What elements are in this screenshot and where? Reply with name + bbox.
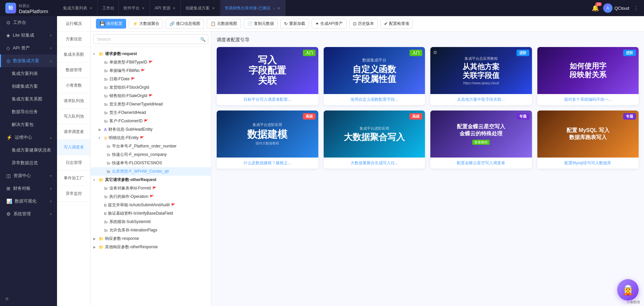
tree-node-date[interactable]: Sr 日期-FDate 🚩 xyxy=(91,75,211,83)
guide-card-mysql[interactable]: 专题 配置 MySQL 写入数据库跑表写入 配置Mysql语句写入数据库 xyxy=(537,111,639,169)
second-item-write-scheduler[interactable]: 写入调度者 xyxy=(57,140,90,155)
tree-expand-icon[interactable]: ▾ xyxy=(99,136,104,140)
tab-guanyi[interactable]: 管易销售出库对接-已测试 ○ ✕ xyxy=(221,0,285,16)
tree-node-owner-type[interactable]: Sr 货主类型-FOwnerTypeIdHead xyxy=(91,100,211,108)
tree-expand-icon[interactable]: ▶ xyxy=(93,237,99,241)
tree-node-allow-neg[interactable]: Sr 允许负库存-InterationFlags xyxy=(91,226,211,234)
gen-api-button[interactable]: ✦ 生成API资产 xyxy=(312,19,346,29)
tree-expand-icon[interactable]: ▶ xyxy=(99,128,104,131)
tab-close-icon[interactable]: ✕ xyxy=(211,6,216,10)
tree-node-sale-org[interactable]: Sr 销售组织-FSaleOrgId 🚩 xyxy=(91,92,211,100)
tab-close-icon[interactable]: ✕ xyxy=(89,6,93,10)
tree-node-customer[interactable]: Sr 客户-FCustomerID 🚩 xyxy=(91,117,211,125)
guide-card-custom-func[interactable]: 入门 数据集成平台 自定义函数字段属性值 使用自定义函数配置字段... xyxy=(324,47,425,105)
reload-button[interactable]: ↻ 重新加载 xyxy=(280,19,309,29)
interface-info-view-button[interactable]: 🔗 接口信息视图 xyxy=(166,19,204,29)
second-item-exception-monitor[interactable]: 异常监控 xyxy=(57,186,90,202)
tab-close-icon[interactable]: ✕ xyxy=(172,6,176,10)
tree-node-other-response[interactable]: ▶ 📁 其他响应参数-otherResponse xyxy=(91,243,211,251)
second-item-runtime[interactable]: 运行概况 xyxy=(57,16,90,32)
tab-workbench[interactable]: 工作台 xyxy=(98,0,119,16)
second-item-solution-info[interactable]: 方案信息 xyxy=(57,32,90,47)
tab-close-icon[interactable]: ✕ xyxy=(141,6,146,10)
second-panel: 运行概况 方案信息 集成关系图 数据管理 小青查数 请求队列池 写入队列池 请求… xyxy=(57,16,91,306)
save-config-button[interactable]: 💾 保存配置 xyxy=(96,19,126,29)
tab-bar: 集成方案列表 ✕ 工作台 软件平台 ✕ API 资源 ✕ 创建集成方案 ✕ 管易… xyxy=(59,0,592,16)
history-version-button[interactable]: ⊡ 历史版本 xyxy=(349,19,378,29)
second-item-log[interactable]: 日志管理 xyxy=(57,155,90,171)
menu-collapse-icon[interactable]: ≡ xyxy=(0,292,57,306)
second-item-write-queue[interactable]: 写入队列池 xyxy=(57,109,90,124)
notification-bell[interactable]: 🔔 10 xyxy=(592,4,599,12)
sidebar-item-ops[interactable]: ⚡ 运维中心 ▴ xyxy=(0,131,57,144)
second-item-xiao-qing[interactable]: 小青查数 xyxy=(57,78,90,93)
tree-node-verify-base[interactable]: B 验证基础资料-IsVerifyBaseDataField xyxy=(91,209,211,218)
tree-node-req-params[interactable]: ▾ 📁 请求参数-request xyxy=(91,50,211,58)
config-check-button[interactable]: ✔ 配置检查项 xyxy=(380,19,413,29)
sidebar-item-solution-package[interactable]: 解决方案包 xyxy=(0,118,57,131)
second-item-data-mgmt[interactable]: 数据管理 xyxy=(57,62,90,78)
search-icon[interactable]: 🔍 xyxy=(200,37,206,42)
assistant-bubble[interactable]: 🧝 xyxy=(617,279,639,301)
flag-icon: 🚩 xyxy=(149,60,153,64)
tree-node-other-req[interactable]: ▾ 📁 其它请求参数-otherRequest xyxy=(91,176,211,184)
sidebar-item-integration-list[interactable]: 集成方案列表 xyxy=(0,67,57,80)
big-data-merge-button[interactable]: ⚡ 大数据聚合 xyxy=(129,19,163,29)
flag-icon: 🚩 xyxy=(171,203,175,207)
guide-card-write-field[interactable]: 入门 写入字段配置关联 目标平台写入调度者配置... xyxy=(217,47,318,105)
sidebar-item-integration-relation[interactable]: 集成方案关系图 xyxy=(0,93,57,105)
sidebar-item-workbench[interactable]: ⊙ 工作台 xyxy=(0,16,57,29)
tree-node-detail-info[interactable]: ▾ ⊞ 明细信息-FEntity 🚩 xyxy=(91,134,211,142)
tab-integration-list[interactable]: 集成方案列表 ✕ xyxy=(59,0,98,16)
guide-card-jindie[interactable]: 专题 配置金蝶云星空写入金蝶云的特殊处理 查看教程 配置金蝶云星空写入调度者 xyxy=(430,111,532,169)
tree-expand-icon[interactable]: ▶ xyxy=(93,245,99,249)
meta-data-view-button[interactable]: 📋 元数据视图 xyxy=(207,19,241,29)
tree-node-bill-type[interactable]: Sr 单据类型-FBillTypeID 🚩 xyxy=(91,58,211,67)
search-input[interactable] xyxy=(93,34,208,44)
sidebar-item-finance[interactable]: ⊞ 财务对账 ▾ xyxy=(0,182,57,195)
tab-label: 工作台 xyxy=(102,5,114,11)
tree-node-subsystem[interactable]: Sr 系统模块-SubSystemId xyxy=(91,218,211,226)
guide-card-big-data[interactable]: 高级 集成平台进阶应用 大数据聚合写入 大数据量聚合生成写入任... xyxy=(324,111,425,169)
sidebar-item-api[interactable]: ◇ API 资产 ▾ xyxy=(0,42,57,54)
guide-card-data-model[interactable]: 高级 集成平台进阶应用 数据建模 国内大数据教程 什么是数据建模？建模之... xyxy=(217,111,318,169)
field-type-icon: Sr xyxy=(104,69,108,73)
more-icon[interactable]: ⋮ xyxy=(633,5,639,11)
sidebar-item-lite[interactable]: ◈ Lite 轻集成 ▾ xyxy=(0,29,57,42)
tree-node-express-company[interactable]: Sr 快递公司-F_express_company xyxy=(91,150,211,159)
sidebar-item-resource[interactable]: ◫ 资源中心 ▾ xyxy=(0,169,57,182)
tree-node-logistics[interactable]: Sr 快递单号-FLOGISTICSNOS xyxy=(91,159,211,167)
tab-api[interactable]: API 资源 ✕ xyxy=(151,0,181,16)
tree-expand-icon[interactable]: ▾ xyxy=(93,178,99,182)
tree-node-out-type[interactable]: Sr 出库类型-F_WFHW_Combo_qtr xyxy=(91,167,211,176)
sidebar-item-data-integration[interactable]: ◎ 数据集成方案 ▴ xyxy=(0,54,57,67)
tree-node-response[interactable]: ▶ 📁 响应参数-response xyxy=(91,234,211,243)
sidebar-item-data-visual[interactable]: 📊 数据可视化 ▾ xyxy=(0,195,57,208)
tab-create[interactable]: 创建集成方案 ✕ xyxy=(181,0,220,16)
second-item-request-queue[interactable]: 请求队列池 xyxy=(57,93,90,109)
user-area[interactable]: A QCloud xyxy=(603,3,629,13)
tree-node-stock-org[interactable]: Sr 发货组织-FStockOrgId xyxy=(91,83,211,92)
tree-node-submit-audit[interactable]: B 提交并审核-IsAutoSubmitAndAudit 🚩 xyxy=(91,201,211,209)
copy-meta-button[interactable]: 📄 复制元数据 xyxy=(244,19,278,29)
tree-node-operation[interactable]: Sr 执行的操作-Operation 🚩 xyxy=(91,192,211,201)
sidebar-item-solution-health[interactable]: 集成方案健康状况表 xyxy=(0,144,57,157)
tree-node-biz-form[interactable]: Sr 业务对象表单Id-FormId 🚩 xyxy=(91,184,211,192)
guide-card-multi-code[interactable]: 进阶 如何使用字段映射关系 面对多个系统编码不统一... xyxy=(537,47,639,105)
tree-node-platform-order[interactable]: Sr 平台单号-F_Platform_order_number xyxy=(91,142,211,150)
tab-close-icon[interactable]: ✕ xyxy=(276,6,281,10)
sidebar-item-data-export[interactable]: 数据导出任务 xyxy=(0,105,57,118)
tab-software[interactable]: 软件平台 ✕ xyxy=(119,0,150,16)
guide-card-field-link[interactable]: 进阶 ⚙ 集成平台总应用教程 从其他方案关联字段值 https://www.qe… xyxy=(430,47,532,105)
sidebar-item-create-integration[interactable]: 创建集成方案 xyxy=(0,80,57,93)
sidebar-item-system[interactable]: ⚙ 系统管理 ▾ xyxy=(0,208,57,220)
tree-node-finance-info[interactable]: ▶ A 财务信息-SubHeadEntity xyxy=(91,125,211,134)
tree-expand-icon[interactable]: ▾ xyxy=(93,52,99,56)
second-item-integration-graph[interactable]: 集成关系图 xyxy=(57,47,90,62)
second-item-request-scheduler[interactable]: 请求调度者 xyxy=(57,124,90,140)
field-type-icon: B xyxy=(104,203,107,207)
second-item-event-factory[interactable]: 事件加工厂 xyxy=(57,171,90,186)
tree-node-owner[interactable]: Sr 货主-FOwnerIdHead xyxy=(91,108,211,117)
sidebar-item-exception-data[interactable]: 异常数据总览 xyxy=(0,157,57,169)
tree-node-bill-no[interactable]: Sr 单据编号-FBillNo 🚩 xyxy=(91,67,211,75)
